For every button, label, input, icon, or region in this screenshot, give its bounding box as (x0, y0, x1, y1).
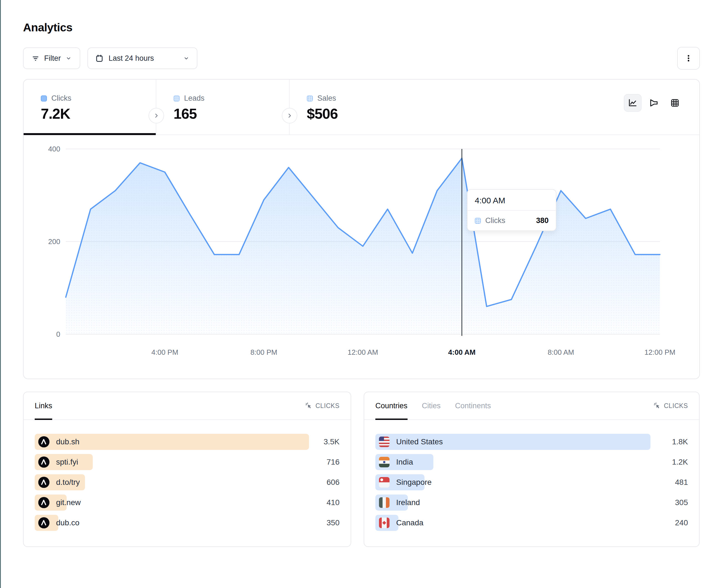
chevron-down-icon (183, 55, 190, 62)
metrics-tabs: Clicks 7.2K Leads 165 Sales $506 (24, 80, 699, 135)
chevron-down-icon (65, 55, 72, 62)
more-options-button[interactable] (677, 47, 700, 70)
item-label: Ireland (396, 498, 420, 507)
metric-tab-clicks[interactable]: Clicks 7.2K (24, 80, 156, 135)
item-label: United States (396, 437, 443, 446)
toolbar: Filter Last 24 hours (23, 47, 700, 70)
metric-label: Leads (184, 94, 204, 103)
countries-panel: Countries Cities Continents CLICKS Unite… (364, 392, 699, 547)
tooltip-time: 4:00 AM (468, 190, 556, 210)
item-label: git.new (56, 498, 81, 507)
svg-text:12:00 PM: 12:00 PM (644, 348, 675, 356)
links-list: dub.sh3.5Kspti.fyi716d.to/try606git.new4… (24, 420, 351, 531)
ca-flag-icon (379, 518, 389, 528)
kebab-menu-icon (684, 54, 693, 63)
svg-text:200: 200 (48, 238, 60, 246)
links-panel-header: Links CLICKS (24, 392, 351, 420)
item-label: India (396, 458, 413, 467)
filter-icon (31, 54, 40, 62)
metric-label: Clicks (51, 94, 71, 103)
date-range-label: Last 24 hours (109, 54, 154, 63)
links-metric-column: CLICKS (305, 402, 340, 410)
us-flag-icon (379, 436, 389, 447)
list-item[interactable]: spti.fyi716 (35, 454, 340, 470)
filter-button[interactable]: Filter (23, 47, 80, 69)
list-item[interactable]: India1.2K (375, 454, 688, 470)
analytics-card: Clicks 7.2K Leads 165 Sales $506 (23, 79, 700, 379)
ie-flag-icon (379, 497, 389, 508)
item-label: dub.sh (56, 437, 80, 446)
table-grid-icon (670, 98, 680, 108)
svg-text:8:00 PM: 8:00 PM (251, 348, 277, 356)
list-item[interactable]: dub.sh3.5K (35, 434, 340, 450)
funnel-chart-toggle[interactable] (645, 94, 663, 112)
item-value: 305 (675, 498, 688, 507)
metric-value: 165 (173, 106, 289, 122)
svg-text:0: 0 (56, 330, 60, 338)
leads-series-chip (173, 95, 180, 101)
item-value: 410 (326, 498, 340, 507)
dub-logo-icon (38, 456, 49, 468)
svg-text:8:00 AM: 8:00 AM (548, 348, 574, 356)
line-chart-toggle[interactable] (624, 94, 642, 112)
in-flag-icon (379, 457, 389, 467)
date-range-select[interactable]: Last 24 hours (87, 47, 197, 69)
dub-logo-icon (38, 517, 49, 528)
item-value: 606 (326, 478, 340, 487)
countries-list: United States1.8KIndia1.2KSingapore481Ir… (364, 420, 699, 531)
funnel-chart-icon (649, 98, 659, 108)
tab-countries[interactable]: Countries (375, 392, 408, 420)
list-item[interactable]: git.new410 (35, 495, 340, 511)
item-label: Canada (396, 518, 423, 527)
item-label: spti.fyi (56, 458, 78, 467)
dub-logo-icon (38, 497, 49, 508)
cursor-click-icon (653, 402, 661, 410)
tooltip-value: 380 (536, 216, 548, 225)
countries-panel-header: Countries Cities Continents CLICKS (364, 392, 699, 420)
cursor-click-icon (305, 402, 313, 410)
tab-cities[interactable]: Cities (422, 392, 441, 420)
item-value: 350 (326, 518, 340, 527)
list-item[interactable]: Singapore481 (375, 474, 688, 490)
tooltip-series-label: Clicks (485, 216, 505, 225)
metric-column-label: CLICKS (664, 402, 688, 410)
clicks-series-chip (41, 95, 47, 101)
svg-text:12:00 AM: 12:00 AM (348, 348, 378, 356)
tooltip-series-chip (475, 218, 481, 224)
table-view-toggle[interactable] (666, 94, 684, 112)
chart-tooltip: 4:00 AM Clicks 380 (467, 189, 556, 231)
tab-links[interactable]: Links (35, 392, 52, 420)
metric-column-label: CLICKS (316, 402, 340, 410)
list-item[interactable]: Canada240 (375, 515, 688, 531)
filter-button-label: Filter (44, 54, 61, 63)
clicks-area-chart[interactable]: 02004004:00 PM8:00 PM12:00 AM4:00 AM8:00… (24, 135, 699, 379)
item-label: dub.co (56, 518, 80, 527)
list-item[interactable]: dub.co350 (35, 515, 340, 531)
list-item[interactable]: United States1.8K (375, 434, 688, 450)
item-value: 240 (675, 518, 688, 527)
chart-view-toggles (624, 94, 684, 112)
line-chart-icon (628, 98, 638, 108)
metric-next-button[interactable] (282, 108, 297, 123)
list-item[interactable]: Ireland305 (375, 495, 688, 511)
item-value: 481 (675, 478, 688, 487)
countries-metric-column: CLICKS (653, 402, 688, 410)
metric-next-button[interactable] (149, 108, 164, 123)
metric-tab-sales[interactable]: Sales $506 (289, 80, 699, 135)
svg-text:4:00 PM: 4:00 PM (151, 348, 178, 356)
page-title: Analytics (23, 21, 700, 34)
list-item[interactable]: d.to/try606 (35, 474, 340, 490)
metric-tab-leads[interactable]: Leads 165 (156, 80, 289, 135)
tab-continents[interactable]: Continents (455, 392, 491, 420)
item-label: d.to/try (56, 478, 80, 487)
metric-label: Sales (317, 94, 336, 103)
item-value: 3.5K (323, 437, 340, 446)
links-panel: Links CLICKS dub.sh3.5Kspti.fyi716d.to/t… (23, 392, 351, 547)
dub-logo-icon (38, 477, 49, 488)
svg-text:4:00 AM: 4:00 AM (448, 348, 476, 356)
item-value: 716 (326, 458, 340, 467)
item-value: 1.2K (672, 458, 688, 467)
chart-plot[interactable]: 02004004:00 PM8:00 PM12:00 AM4:00 AM8:00… (24, 135, 699, 379)
metric-value: 7.2K (41, 106, 156, 122)
sg-flag-icon (379, 477, 389, 488)
